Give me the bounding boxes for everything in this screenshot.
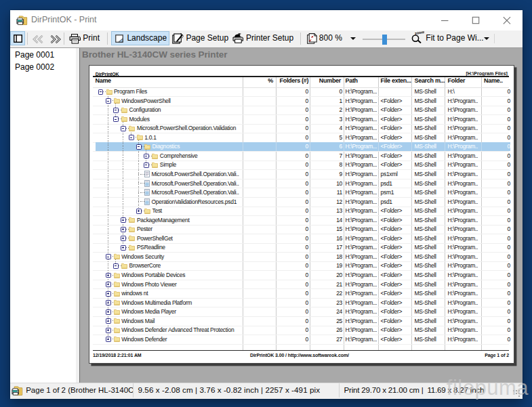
svg-text:zoom: zoom: [414, 31, 424, 35]
